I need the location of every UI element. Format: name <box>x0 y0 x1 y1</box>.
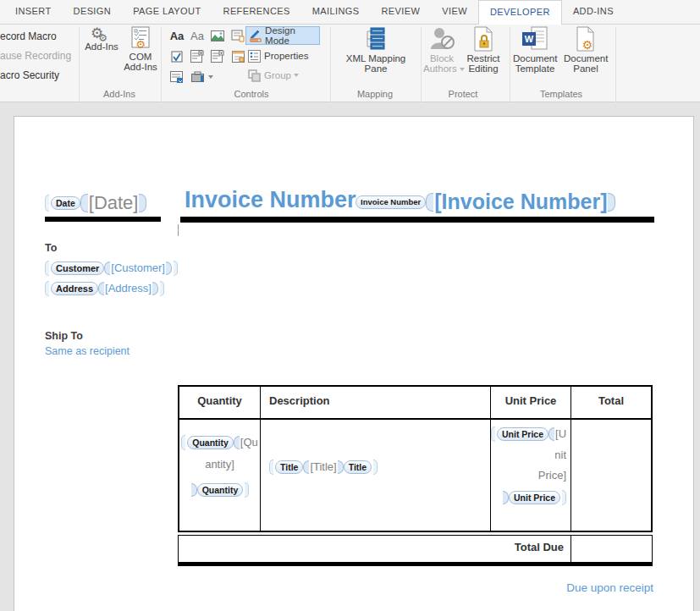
title-placeholder[interactable]: [Title] <box>310 460 336 473</box>
ship-to-label: Ship To <box>45 330 83 342</box>
tab-review[interactable]: REVIEW <box>371 0 432 24</box>
dropdown-list-control-button[interactable] <box>208 47 227 65</box>
xml-mapping-pane-button[interactable]: XML Mapping Pane <box>339 26 413 89</box>
quantity-placeholder-line2[interactable]: antity] <box>179 458 260 471</box>
table-body-row: Quantity[Qu antity] Quantity Title[Title… <box>179 420 651 531</box>
tab-add-ins[interactable]: ADD-INS <box>562 0 625 24</box>
control-close-bracket <box>191 483 197 497</box>
tab-insert[interactable]: INSERT <box>4 0 63 24</box>
date-content-control[interactable]: Date[Date] <box>45 192 146 214</box>
tab-developer[interactable]: DEVELOPER <box>478 0 562 25</box>
record-macro-button[interactable]: ecord Macro <box>0 30 57 42</box>
title-control-end-tag[interactable]: Title <box>344 460 372 474</box>
add-ins-button[interactable]: ⚙⚙ Add-Ins <box>85 26 119 77</box>
tab-references[interactable]: REFERENCES <box>212 0 301 24</box>
design-mode-button[interactable]: Design Mode <box>245 26 320 45</box>
control-open-arc <box>491 427 495 442</box>
dropdown-list-control-icon <box>211 50 224 63</box>
customer-placeholder[interactable]: [Customer] <box>111 261 165 274</box>
unit-price-placeholder-line3[interactable]: Price] <box>491 469 566 482</box>
tab-page-layout[interactable]: PAGE LAYOUT <box>122 0 212 24</box>
quantity-placeholder-line1[interactable]: [Qu <box>240 436 258 449</box>
date-picker-control-icon <box>232 51 245 63</box>
unit-price-control-end[interactable]: Unit Price <box>491 489 566 505</box>
com-add-ins-icon: ⚙ <box>130 26 152 50</box>
date-control-tag[interactable]: Date <box>51 196 80 210</box>
restrict-editing-button[interactable]: Restrict Editing <box>464 26 503 89</box>
address-placeholder[interactable]: [Address] <box>105 282 152 294</box>
properties-icon <box>248 50 261 63</box>
pause-recording-button[interactable]: ause Recording <box>0 50 71 62</box>
legacy-tools-button[interactable] <box>188 68 217 85</box>
unit-price-cell[interactable]: Unit Price[U nit Price] Unit Price <box>491 420 571 531</box>
unit-price-control-end-tag[interactable]: Unit Price <box>509 491 560 504</box>
invoice-number-control-tag[interactable]: Invoice Number <box>356 195 426 209</box>
tab-design[interactable]: DESIGN <box>63 0 123 24</box>
invoice-number-placeholder[interactable]: [Invoice Number] <box>434 190 607 213</box>
control-open-bracket <box>80 194 88 212</box>
control-close-bracket <box>608 193 615 212</box>
control-open-arc <box>45 195 49 212</box>
picture-control-icon <box>211 30 224 41</box>
svg-text:W: W <box>525 34 534 44</box>
combo-box-control-button[interactable] <box>188 47 207 65</box>
unit-price-placeholder-line1[interactable]: [U <box>555 427 566 440</box>
text-cursor <box>178 224 179 236</box>
macro-security-button[interactable]: acro Security <box>0 69 59 81</box>
quantity-control-end-tag[interactable]: Quantity <box>197 483 244 497</box>
control-open-bracket <box>548 427 554 441</box>
document-panel-button[interactable]: ⚙ Document Panel <box>564 26 608 89</box>
header-unit-price: Unit Price <box>491 387 571 418</box>
building-block-gallery-button[interactable] <box>229 27 247 45</box>
payment-terms[interactable]: Due upon receipt <box>508 581 653 594</box>
quantity-control-tag[interactable]: Quantity <box>187 436 234 449</box>
developer-ribbon: ecord Macro ause Recording acro Security… <box>0 25 700 102</box>
address-content-control[interactable]: Address[Address] <box>45 280 164 296</box>
block-authors-button[interactable]: Block Authors <box>423 26 460 89</box>
unit-price-placeholder-line2[interactable]: nit <box>491 449 566 461</box>
quantity-cell[interactable]: Quantity[Qu antity] Quantity <box>179 420 261 531</box>
plain-text-control-button[interactable]: Aa <box>188 27 207 45</box>
unit-price-control-tag[interactable]: Unit Price <box>497 427 548 441</box>
tab-mailings[interactable]: MAILINGS <box>301 0 371 24</box>
document-template-icon: W <box>521 26 548 52</box>
total-cell[interactable] <box>571 420 651 531</box>
control-open-bracket <box>234 436 240 449</box>
block-authors-icon <box>429 26 455 52</box>
title-control-tag[interactable]: Title <box>275 460 303 474</box>
properties-button[interactable]: Properties <box>245 47 320 65</box>
date-picker-control-button[interactable] <box>229 47 247 65</box>
document-template-button[interactable]: W Document Template <box>513 26 557 89</box>
group-button[interactable]: Group <box>245 67 313 84</box>
control-close-arc <box>562 490 566 505</box>
address-control-tag[interactable]: Address <box>51 282 98 295</box>
picture-control-button[interactable] <box>208 27 227 45</box>
ship-to-value[interactable]: Same as recipient <box>45 345 130 357</box>
total-due-label: Total Due <box>179 536 571 562</box>
customer-content-control[interactable]: Customer[Customer] <box>45 260 178 276</box>
mapping-group-label: Mapping <box>328 89 422 99</box>
xml-mapping-pane-icon <box>363 26 389 52</box>
title-content-control[interactable]: Title[Title]Title <box>269 459 378 473</box>
checkbox-control-button[interactable] <box>168 47 186 65</box>
total-due-value-cell[interactable] <box>571 536 652 562</box>
header-total: Total <box>571 387 651 418</box>
control-close-bracket <box>152 282 158 295</box>
repeating-section-control-button[interactable] <box>168 68 186 85</box>
combo-box-control-icon <box>190 50 204 63</box>
invoice-number-content-control[interactable]: Invoice Number[Invoice Number] <box>356 190 615 214</box>
control-open-bracket <box>303 460 309 474</box>
tab-view[interactable]: VIEW <box>431 0 478 24</box>
description-cell[interactable]: Title[Title]Title <box>261 420 491 531</box>
svg-text:⚙: ⚙ <box>135 38 146 50</box>
com-add-ins-button[interactable]: ⚙ COM Add-Ins <box>122 26 159 87</box>
header-rule-left <box>45 217 161 222</box>
quantity-control-end[interactable]: Quantity <box>179 482 260 498</box>
rich-text-control-button[interactable]: Aa <box>168 27 186 45</box>
table-header-row: Quantity Description Unit Price Total <box>179 387 651 420</box>
quantity-content-control[interactable]: Quantity[Qu <box>179 434 260 450</box>
date-placeholder[interactable]: [Date] <box>89 192 139 213</box>
building-block-gallery-icon <box>231 30 245 42</box>
unit-price-content-control[interactable]: Unit Price[U <box>491 426 566 442</box>
customer-control-tag[interactable]: Customer <box>51 261 104 275</box>
